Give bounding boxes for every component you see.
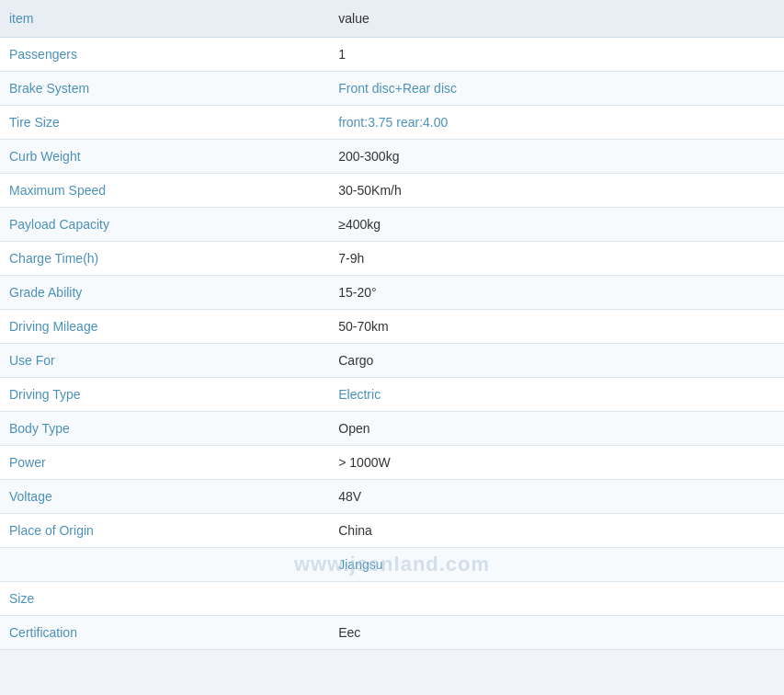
cell-item: Size bbox=[0, 582, 329, 616]
table-row: Tire Sizefront:3.75 rear:4.00 bbox=[0, 106, 784, 140]
table-row: Brake SystemFront disc+Rear disc bbox=[0, 72, 784, 106]
table-row: Use ForCargo bbox=[0, 344, 784, 378]
specs-table-container: item value Passengers1Brake SystemFront … bbox=[0, 0, 784, 650]
cell-item: Certification bbox=[0, 616, 329, 650]
table-row: Passengers1 bbox=[0, 38, 784, 72]
cell-value: Jiangsu bbox=[329, 548, 784, 582]
table-row: Maximum Speed30-50Km/h bbox=[0, 174, 784, 208]
cell-value: ≥400kg bbox=[329, 208, 784, 242]
cell-item: Grade Ability bbox=[0, 276, 329, 310]
specs-table: item value Passengers1Brake SystemFront … bbox=[0, 0, 784, 650]
table-row: Driving Mileage50-70km bbox=[0, 310, 784, 344]
cell-value: 15-20° bbox=[329, 276, 784, 310]
cell-item: Body Type bbox=[0, 412, 329, 446]
cell-value: 200-300kg bbox=[329, 140, 784, 174]
table-row: Driving TypeElectric bbox=[0, 378, 784, 412]
cell-item: Driving Mileage bbox=[0, 310, 329, 344]
cell-item: Brake System bbox=[0, 72, 329, 106]
cell-value: 1 bbox=[329, 38, 784, 72]
table-row: Charge Time(h)7-9h bbox=[0, 242, 784, 276]
cell-value: front:3.75 rear:4.00 bbox=[329, 106, 784, 140]
table-row: Place of OriginChina bbox=[0, 514, 784, 548]
cell-value: Eec bbox=[329, 616, 784, 650]
table-row: CertificationEec bbox=[0, 616, 784, 650]
cell-value: Cargo bbox=[329, 344, 784, 378]
cell-value: 7-9h bbox=[329, 242, 784, 276]
cell-item: Voltage bbox=[0, 480, 329, 514]
cell-value: China bbox=[329, 514, 784, 548]
cell-item: Driving Type bbox=[0, 378, 329, 412]
cell-item: Use For bbox=[0, 344, 329, 378]
cell-value: > 1000W bbox=[329, 446, 784, 480]
cell-item: Tire Size bbox=[0, 106, 329, 140]
cell-item: Place of Origin bbox=[0, 514, 329, 548]
cell-item bbox=[0, 548, 329, 582]
table-row: Power> 1000W bbox=[0, 446, 784, 480]
column-header-item: item bbox=[0, 0, 329, 38]
table-row: Voltage48V bbox=[0, 480, 784, 514]
cell-item: Maximum Speed bbox=[0, 174, 329, 208]
table-row: Jiangsu bbox=[0, 548, 784, 582]
cell-value: 30-50Km/h bbox=[329, 174, 784, 208]
cell-value: 48V bbox=[329, 480, 784, 514]
table-row: Curb Weight200-300kg bbox=[0, 140, 784, 174]
table-row: Size bbox=[0, 582, 784, 616]
cell-item: Payload Capacity bbox=[0, 208, 329, 242]
cell-value bbox=[329, 582, 784, 616]
column-header-value: value bbox=[329, 0, 784, 38]
cell-item: Curb Weight bbox=[0, 140, 329, 174]
table-row: Payload Capacity≥400kg bbox=[0, 208, 784, 242]
cell-value: 50-70km bbox=[329, 310, 784, 344]
cell-value: Front disc+Rear disc bbox=[329, 72, 784, 106]
cell-value: Open bbox=[329, 412, 784, 446]
table-row: Body TypeOpen bbox=[0, 412, 784, 446]
cell-item: Power bbox=[0, 446, 329, 480]
cell-item: Charge Time(h) bbox=[0, 242, 329, 276]
table-row: Grade Ability15-20° bbox=[0, 276, 784, 310]
cell-item: Passengers bbox=[0, 38, 329, 72]
table-header-row: item value bbox=[0, 0, 784, 38]
cell-value: Electric bbox=[329, 378, 784, 412]
